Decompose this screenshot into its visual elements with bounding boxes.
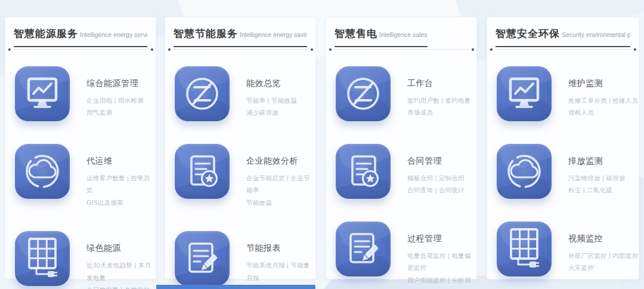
document-star-icon xyxy=(336,144,391,199)
section-subtitle: Security environmental protection xyxy=(562,31,630,38)
card-title: 排放监测 xyxy=(568,156,626,167)
card-title: 过程管理 xyxy=(407,233,476,244)
card-text: 维护监测 抢修工单分类 | 抢修人员巡检人员 xyxy=(568,66,638,119)
header-underline xyxy=(174,49,309,50)
section-title: 智慧安全环保 xyxy=(496,28,560,39)
card-subtext: 节能率 | 节能效益减少碳排放 xyxy=(246,94,297,119)
section-title: 智慧售电 xyxy=(335,28,377,39)
card-subtext: 运维客户数量 | 告警总览GIS以及搜索 xyxy=(86,172,156,208)
card-text: 过程管理 电量负荷监控 | 电量偏差监控用户用能监控 | 分析用电偏差 xyxy=(407,222,476,289)
monitor-chart-icon xyxy=(15,66,70,121)
card-integrated-energy[interactable]: 综合能源管理 企业用电 | 用水检测用气监测 xyxy=(15,66,156,121)
underline-dot xyxy=(472,48,474,51)
card-title: 合同管理 xyxy=(407,156,465,167)
monitor-chart-icon xyxy=(497,66,552,121)
solar-panel-icon xyxy=(15,231,70,286)
card-text: 视频监控 外部厂区监控 | 内部监控火灾监控 xyxy=(568,222,638,274)
card-subtext: 电量负荷监控 | 电量偏差监控用户用能监控 | 分析用电偏差 xyxy=(407,250,476,289)
section-subtitle: Intelligence energy saving services xyxy=(240,31,307,38)
card-contract-management[interactable]: 合同管理 模板合同 | 定制合同合同查询 | 合同统计 xyxy=(336,144,476,199)
card-operation-maintenance[interactable]: 代运维 运维客户数量 | 告警总览GIS以及搜索 xyxy=(15,144,156,208)
underline-dot xyxy=(634,48,636,51)
card-workbench[interactable]: 工作台 签约用户数 | 签约电量市场成员 xyxy=(336,66,476,121)
card-video-surveillance[interactable]: 视频监控 外部厂区监控 | 内部监控火灾监控 xyxy=(497,222,639,276)
underline-dot xyxy=(490,48,493,51)
card-text: 代运维 运维客户数量 | 告警总览GIS以及搜索 xyxy=(86,144,156,208)
card-subtext: 污染物排放 | 碳排放粉尘 | 二氧化硫 xyxy=(568,172,626,196)
card-text: 能效总览 节能率 | 节能效益减少碳排放 xyxy=(246,66,297,119)
underline-dot xyxy=(8,48,11,51)
section-title: 智慧能源服务 xyxy=(14,28,78,39)
card-title: 综合能源管理 xyxy=(86,78,144,89)
card-subtext: 企业节能总览 | 企业节能率节能效益 xyxy=(246,172,315,208)
section-electricity-sales: 智慧售电Intelligence sales 工作台 签约用户数 | 签约电量市… xyxy=(326,17,477,279)
card-title: 维护监测 xyxy=(568,78,638,89)
section-energy-services: 智慧能源服务Intelligence energy services 综合能源管… xyxy=(5,17,156,279)
header-underline xyxy=(496,49,633,50)
document-pencil-icon xyxy=(336,222,391,276)
card-enterprise-efficiency-analysis[interactable]: 企业能效分析 企业节能总览 | 企业节能率节能效益 xyxy=(175,144,315,208)
section-title-wrap: 智慧售电Intelligence sales xyxy=(335,27,428,47)
card-title: 企业能效分析 xyxy=(246,156,315,167)
underline-dot xyxy=(311,48,313,51)
section-title-wrap: 智慧安全环保Security environmental protection xyxy=(496,27,630,47)
section-energy-saving: 智慧节能服务Intelligence energy saving service… xyxy=(165,17,316,279)
card-text: 企业能效分析 企业节能总览 | 企业节能率节能效益 xyxy=(246,144,315,208)
document-star-icon xyxy=(175,144,230,199)
card-title: 绿色能源 xyxy=(86,243,156,254)
card-text: 排放监测 污染物排放 | 碳排放粉尘 | 二氧化硫 xyxy=(568,144,626,196)
cloud-circle-icon xyxy=(15,144,70,199)
header-underline xyxy=(335,49,470,50)
section-title: 智慧节能服务 xyxy=(174,28,238,39)
card-emission-monitoring[interactable]: 排放监测 污染物排放 | 碳排放粉尘 | 二氧化硫 xyxy=(497,144,639,199)
card-title: 工作台 xyxy=(407,78,471,89)
card-subtext: 抢修工单分类 | 抢修人员巡检人员 xyxy=(568,94,638,119)
bottom-accent-bar xyxy=(156,285,315,289)
section-title-wrap: 智慧节能服务Intelligence energy saving service… xyxy=(174,27,307,47)
section-safety-environment: 智慧安全环保Security environmental protection … xyxy=(487,17,639,279)
underline-dot xyxy=(151,48,153,51)
section-header: 智慧能源服务Intelligence energy services xyxy=(14,27,147,50)
card-text: 合同管理 模板合同 | 定制合同合同查询 | 合同统计 xyxy=(407,144,465,196)
card-subtext: 近30天发电趋势 | 本月发电量今日发电量 | 各发电站总量 xyxy=(86,259,156,289)
card-efficiency-overview[interactable]: 能效总览 节能率 | 节能效益减少碳排放 xyxy=(175,66,315,121)
card-title: 能效总览 xyxy=(246,78,297,89)
section-subtitle: Intelligence energy services xyxy=(80,31,147,38)
energy-circle-icon xyxy=(336,66,391,121)
section-header: 智慧售电Intelligence sales xyxy=(335,27,468,50)
cloud-circle-icon xyxy=(497,144,552,199)
solar-panel-icon xyxy=(497,222,552,276)
header-underline xyxy=(14,49,150,50)
card-title: 视频监控 xyxy=(568,233,638,244)
card-title: 节能报表 xyxy=(246,243,315,254)
section-title-wrap: 智慧能源服务Intelligence energy services xyxy=(14,27,147,47)
energy-circle-icon xyxy=(175,66,230,121)
document-pencil-icon xyxy=(175,231,230,286)
card-subtext: 外部厂区监控 | 内部监控火灾监控 xyxy=(568,250,638,274)
card-process-management[interactable]: 过程管理 电量负荷监控 | 电量偏差监控用户用能监控 | 分析用电偏差 xyxy=(336,222,476,289)
section-header: 智慧节能服务Intelligence energy saving service… xyxy=(174,27,307,50)
underline-dot xyxy=(329,48,332,51)
section-header: 智慧安全环保Security environmental protection xyxy=(496,27,630,50)
underline-dot xyxy=(168,48,171,51)
card-subtext: 模板合同 | 定制合同合同查询 | 合同统计 xyxy=(407,172,465,196)
card-energy-saving-report[interactable]: 节能报表 节能系统月报 | 节能量月报节能系统年报 | 耗能统计月报 xyxy=(175,231,315,289)
card-subtext: 企业用电 | 用水检测用气监测 xyxy=(86,94,144,119)
card-text: 绿色能源 近30天发电趋势 | 本月发电量今日发电量 | 各发电站总量 xyxy=(86,231,156,289)
card-subtext: 签约用户数 | 签约电量市场成员 xyxy=(407,94,471,119)
card-text: 工作台 签约用户数 | 签约电量市场成员 xyxy=(407,66,471,119)
card-green-energy[interactable]: 绿色能源 近30天发电趋势 | 本月发电量今日发电量 | 各发电站总量 xyxy=(15,231,156,289)
section-subtitle: Intelligence sales xyxy=(379,31,428,38)
card-text: 节能报表 节能系统月报 | 节能量月报节能系统年报 | 耗能统计月报 xyxy=(246,231,315,289)
card-text: 综合能源管理 企业用电 | 用水检测用气监测 xyxy=(86,66,144,119)
card-title: 代运维 xyxy=(86,156,156,167)
card-maintenance-monitoring[interactable]: 维护监测 抢修工单分类 | 抢修人员巡检人员 xyxy=(497,66,639,121)
